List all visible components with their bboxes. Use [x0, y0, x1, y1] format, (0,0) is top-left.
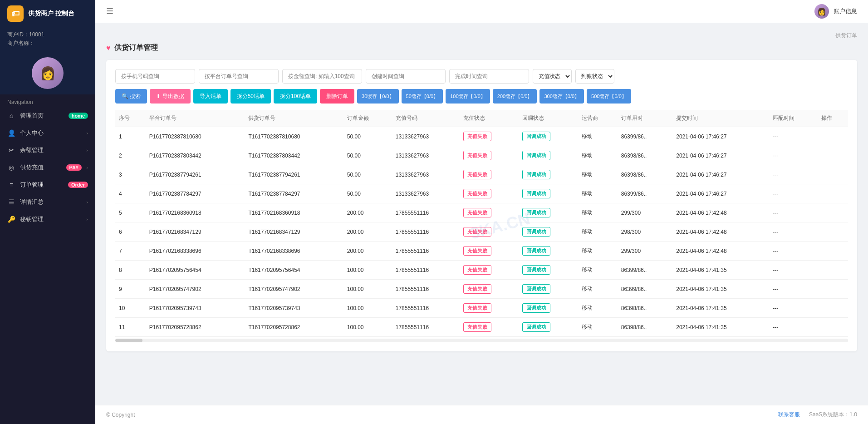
split50-button[interactable]: 拆分50话单: [230, 89, 271, 104]
sidebar-item-recharge[interactable]: ◎ 供货充值 PAY ›: [0, 159, 95, 176]
table-row: 4P1617702387784297T161770238778429750.00…: [115, 184, 848, 203]
nav-label-recharge: 供货充值: [20, 163, 62, 172]
col-match-time: 匹配时间: [769, 110, 818, 127]
cell-callback-status: 回调成功: [519, 280, 578, 299]
status-badge: 充值失败: [463, 246, 491, 256]
sidebar-header: 🏷 供货商户 控制台: [0, 0, 95, 27]
cache200-button[interactable]: 200缓存【0/0】: [493, 89, 537, 104]
cell-no: 4: [115, 184, 146, 203]
orders-table: 序号 平台订单号 供货订单号 订单金额 充值号码 充值状态 回调状态 运营商 订…: [115, 110, 848, 337]
recharge-icon: ◎: [7, 164, 15, 171]
cell-no: 2: [115, 146, 146, 165]
table-row: 1P1617702387810680T161770238781068050.00…: [115, 127, 848, 146]
details-icon: ☰: [7, 198, 15, 206]
cell-amount: 200.00: [343, 203, 392, 222]
cell-carrier: 移动: [578, 318, 618, 337]
cell-amount: 50.00: [343, 127, 392, 146]
cell-duration: 86398/86..: [618, 146, 673, 165]
logo-icon: 🏷: [11, 9, 20, 19]
cell-phone: 13133627963: [392, 184, 460, 203]
phone-search-input[interactable]: [115, 69, 195, 84]
status-badge: 回调成功: [522, 189, 550, 198]
footer-version: SaaS系统版本：1.0: [809, 411, 857, 419]
cell-submit-time: 2021-04-06 17:42:48: [672, 242, 769, 261]
cell-submit-time: 2021-04-06 17:46:27: [672, 127, 769, 146]
cell-amount: 50.00: [343, 146, 392, 165]
keys-icon: 🔑: [7, 216, 15, 223]
cell-no: 8: [115, 261, 146, 280]
charge-status-select[interactable]: 充值状态 充值失败 充值成功: [533, 69, 572, 84]
status-badge: 充值失败: [463, 132, 491, 141]
cell-duration: 299/300: [618, 203, 673, 222]
cell-platform-order: P1617702095756454: [146, 261, 245, 280]
cell-op: [818, 242, 848, 261]
complete-time-input[interactable]: [449, 69, 529, 84]
status-badge: 回调成功: [522, 284, 550, 294]
cell-carrier: 移动: [578, 299, 618, 318]
sidebar-item-profile[interactable]: 👤 个人中心 ›: [0, 124, 95, 142]
sidebar-item-keys[interactable]: 🔑 秘钥管理 ›: [0, 211, 95, 228]
sidebar-item-orders[interactable]: ≡ 订单管理 Order: [0, 176, 95, 193]
platform-order-search-input[interactable]: [199, 69, 279, 84]
cell-op: [818, 299, 848, 318]
table-scrollbar[interactable]: [115, 339, 848, 342]
status-badge: 充值失败: [463, 265, 491, 275]
sidebar-item-balance[interactable]: ✂ 余额管理 ›: [0, 142, 95, 159]
cell-phone: 17855551116: [392, 261, 460, 280]
cell-carrier: 移动: [578, 242, 618, 261]
cell-amount: 100.00: [343, 299, 392, 318]
search-button[interactable]: 🔍 搜索: [115, 89, 147, 104]
topbar-avatar: 👩: [814, 4, 829, 19]
status-badge: 充值失败: [463, 208, 491, 217]
cell-match-time: ---: [769, 280, 818, 299]
col-submit-time: 提交时间: [672, 110, 769, 127]
status-badge: 充值失败: [463, 227, 491, 237]
topbar-right: 👩 账户信息: [814, 4, 857, 19]
sidebar-item-details[interactable]: ☰ 详情汇总 ›: [0, 193, 95, 211]
cell-charge-status: 充值失败: [460, 222, 519, 242]
import-button[interactable]: 导入话单: [193, 89, 228, 104]
table-row: 9P1617702095747902T1617702095747902100.0…: [115, 280, 848, 299]
cache50-button[interactable]: 50缓存【0/0】: [402, 89, 443, 104]
cell-no: 1: [115, 127, 146, 146]
cell-platform-order: P1617702168360918: [146, 203, 245, 222]
cell-amount: 50.00: [343, 165, 392, 184]
main-card: 充值状态 充值失败 充值成功 到账状态 🔍 搜索 ⬆ 导出数据 导入话单 拆分5…: [106, 60, 857, 351]
col-duration: 订单用时: [618, 110, 673, 127]
cache30-button[interactable]: 30缓存【0/0】: [357, 89, 399, 104]
cell-submit-time: 2021-04-06 17:46:27: [672, 146, 769, 165]
table-row: 8P1617702095756454T1617702095756454100.0…: [115, 261, 848, 280]
table-row: 7P1617702168338696T1617702168338696200.0…: [115, 242, 848, 261]
cell-duration: 86399/86..: [618, 261, 673, 280]
cache100-button[interactable]: 100缓存【0/0】: [446, 89, 490, 104]
cell-phone: 17855551116: [392, 280, 460, 299]
cache500-button[interactable]: 500缓存【0/0】: [587, 89, 631, 104]
arrival-status-select[interactable]: 到账状态: [575, 69, 614, 84]
cell-charge-status: 充值失败: [460, 203, 519, 222]
footer-contact[interactable]: 联系客服: [778, 411, 800, 419]
cell-duration: 86398/86..: [618, 299, 673, 318]
merchant-name: 商户名称：: [7, 39, 88, 47]
cell-callback-status: 回调成功: [519, 222, 578, 242]
cache300-button[interactable]: 300缓存【0/0】: [539, 89, 584, 104]
split100-button[interactable]: 拆分100话单: [274, 89, 317, 104]
cell-phone: 13133627963: [392, 165, 460, 184]
cell-amount: 200.00: [343, 242, 392, 261]
menu-toggle-icon[interactable]: ☰: [106, 6, 113, 16]
sidebar: 🏷 供货商户 控制台 商户ID：10001 商户名称： 👩 Navigation…: [0, 0, 95, 424]
export-button[interactable]: ⬆ 导出数据: [150, 89, 190, 104]
cell-platform-order: P1617702095747902: [146, 280, 245, 299]
sidebar-item-home[interactable]: ⌂ 管理首页 home: [0, 107, 95, 124]
cell-supply-order: T1617702095739743: [245, 299, 343, 318]
create-time-input[interactable]: [366, 69, 446, 84]
table-row: 6P1617702168347129T1617702168347129200.0…: [115, 222, 848, 242]
cell-submit-time: 2021-04-06 17:46:27: [672, 165, 769, 184]
cell-carrier: 移动: [578, 222, 618, 242]
amount-search-input[interactable]: [282, 69, 362, 84]
delete-button[interactable]: 删除订单: [320, 89, 354, 104]
topbar-account-label[interactable]: 账户信息: [834, 7, 857, 15]
cell-amount: 100.00: [343, 261, 392, 280]
cell-duration: 86398/86..: [618, 318, 673, 337]
cell-duration: 86399/86..: [618, 184, 673, 203]
cell-platform-order: P1617702387784297: [146, 184, 245, 203]
